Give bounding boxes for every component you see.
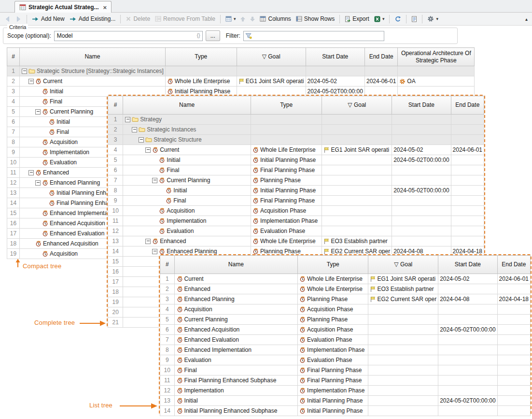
name-cell[interactable]: Acquisition — [174, 304, 298, 315]
start-date-cell[interactable]: 2024-04-08 — [438, 294, 497, 304]
end-date-cell[interactable] — [497, 345, 530, 355]
goal-cell[interactable] — [368, 365, 438, 376]
start-date-cell[interactable]: 2024-05-02T00:00:00 — [438, 325, 497, 335]
name-cell[interactable]: Evaluation — [123, 226, 251, 236]
table-row[interactable]: 4AcquisitionAcquisition Phase — [160, 304, 531, 315]
goal-cell[interactable] — [368, 315, 438, 325]
end-date-cell[interactable] — [451, 115, 484, 125]
table-row[interactable]: 2EnhancedWhole Life EnterpriseEO3 Establ… — [160, 284, 531, 294]
name-cell[interactable]: Initial — [123, 155, 251, 165]
column-header[interactable]: # — [7, 48, 20, 66]
name-cell[interactable]: Initial — [174, 396, 298, 406]
table-row[interactable]: 1Strategic Structure [Strategy::Strategi… — [7, 66, 475, 76]
type-cell[interactable] — [251, 125, 322, 135]
name-cell[interactable]: Initial — [123, 186, 251, 196]
name-cell[interactable]: Final — [123, 165, 251, 175]
row-number-cell[interactable]: 7 — [7, 127, 20, 137]
type-cell[interactable]: Whole Life Enterprise — [251, 236, 322, 246]
scope-browse-button[interactable]: ... — [206, 30, 220, 41]
expander-minus-icon[interactable] — [152, 249, 157, 254]
start-date-cell[interactable] — [392, 216, 451, 226]
start-date-cell[interactable] — [392, 125, 451, 135]
row-number-cell[interactable]: 3 — [7, 87, 20, 97]
row-number-cell[interactable]: 1 — [160, 274, 175, 284]
goal-cell[interactable] — [322, 206, 392, 216]
end-date-cell[interactable]: 2024-04-18 — [497, 294, 530, 304]
expander-minus-icon[interactable] — [35, 109, 41, 115]
row-number-cell[interactable]: 15 — [7, 208, 20, 218]
tab-strategic-actual-strategy[interactable]: Strategic Actual Strateg... × — [14, 1, 112, 13]
end-date-cell[interactable]: 2024-06-01 — [497, 274, 530, 284]
type-cell[interactable]: Final Planning Phase — [251, 196, 322, 206]
table-row[interactable]: 5Current PlanningPlanning Phase — [160, 315, 531, 325]
type-cell[interactable]: Implementation Phase — [298, 345, 368, 355]
end-date-cell[interactable] — [497, 315, 530, 325]
end-date-cell[interactable] — [451, 196, 484, 206]
goal-cell[interactable] — [368, 406, 438, 416]
column-header[interactable]: # — [160, 256, 175, 274]
table-row[interactable]: 3Strategic Structure — [108, 135, 484, 145]
name-cell[interactable]: Initial Planning Enhanced Subphase — [174, 406, 298, 416]
table-row[interactable]: 5InitialInitial Planning Phase2024-05-02… — [108, 155, 484, 165]
column-header[interactable]: End Date — [497, 256, 530, 274]
type-cell[interactable]: Planning Phase — [298, 315, 368, 325]
start-date-cell[interactable]: 2024-05-02 — [438, 274, 497, 284]
type-cell[interactable]: Whole Life Enterprise — [251, 145, 322, 155]
row-number-cell[interactable]: 17 — [108, 277, 123, 287]
column-header[interactable]: Type — [298, 256, 368, 274]
type-cell[interactable]: Whole Life Enterprise — [165, 76, 237, 87]
end-date-cell[interactable] — [451, 135, 484, 145]
columns-button[interactable]: Columns — [258, 14, 293, 24]
row-number-cell[interactable]: 13 — [108, 236, 123, 246]
row-number-cell[interactable]: 1 — [7, 66, 20, 76]
type-cell[interactable]: Initial Planning Phase — [251, 186, 322, 196]
column-header[interactable]: Start Date — [438, 256, 497, 274]
add-existing-button[interactable]: Add Existing... — [68, 14, 118, 24]
export-button[interactable]: Export — [343, 14, 371, 24]
goal-cell[interactable] — [237, 66, 306, 76]
row-number-cell[interactable]: 4 — [108, 145, 123, 155]
export-excel-button[interactable]: ▾ — [372, 14, 387, 24]
table-row[interactable]: 9EvaluationEvaluation Phase — [160, 355, 531, 365]
row-number-cell[interactable]: 6 — [7, 117, 20, 127]
goal-cell[interactable] — [322, 186, 392, 196]
start-date-cell[interactable] — [392, 175, 451, 186]
name-cell[interactable]: Current Planning — [174, 315, 298, 325]
start-date-cell[interactable] — [438, 304, 497, 315]
row-number-cell[interactable]: 8 — [7, 137, 20, 147]
row-number-cell[interactable]: 8 — [108, 186, 123, 196]
end-date-cell[interactable] — [497, 284, 530, 294]
column-header[interactable]: Start Date — [392, 96, 451, 115]
row-number-cell[interactable]: 16 — [108, 267, 123, 277]
end-date-cell[interactable] — [451, 175, 484, 186]
row-number-cell[interactable]: 9 — [7, 147, 20, 158]
start-date-cell[interactable] — [392, 236, 451, 246]
end-date-cell[interactable] — [451, 206, 484, 216]
move-down-button[interactable] — [248, 15, 257, 23]
row-number-cell[interactable]: 18 — [108, 287, 123, 297]
column-header[interactable]: Start Date — [306, 48, 364, 66]
type-cell[interactable]: Final Planning Phase — [298, 376, 368, 386]
end-date-cell[interactable] — [451, 125, 484, 135]
name-cell[interactable]: Evaluation — [174, 355, 298, 365]
row-number-cell[interactable]: 19 — [108, 297, 123, 307]
row-number-cell[interactable]: 7 — [108, 175, 123, 186]
expander-minus-icon[interactable] — [132, 127, 137, 132]
row-number-cell[interactable]: 13 — [160, 396, 175, 406]
goal-cell[interactable] — [368, 386, 438, 396]
start-date-cell[interactable] — [438, 376, 497, 386]
start-date-cell[interactable]: 2024-05-02 — [306, 76, 364, 87]
column-header[interactable]: Operational Architecture Of Strategic Ph… — [398, 48, 475, 66]
table-row[interactable]: 6FinalFinal Planning Phase — [108, 165, 484, 175]
table-row[interactable]: 10AcquisitionAcquisition Phase — [108, 206, 484, 216]
goal-cell[interactable] — [322, 175, 392, 186]
row-number-cell[interactable]: 4 — [7, 97, 20, 107]
row-number-cell[interactable]: 12 — [160, 386, 175, 396]
expander-minus-icon[interactable] — [22, 69, 27, 74]
name-cell[interactable]: Current — [123, 145, 251, 155]
table-row[interactable]: 1CurrentWhole Life EnterpriseEG1 Joint S… — [160, 274, 531, 284]
row-number-cell[interactable]: 1 — [108, 115, 123, 125]
table-row[interactable]: 9FinalFinal Planning Phase — [108, 196, 484, 206]
expander-minus-icon[interactable] — [35, 180, 41, 186]
name-cell[interactable]: Strategic Structure — [123, 135, 251, 145]
